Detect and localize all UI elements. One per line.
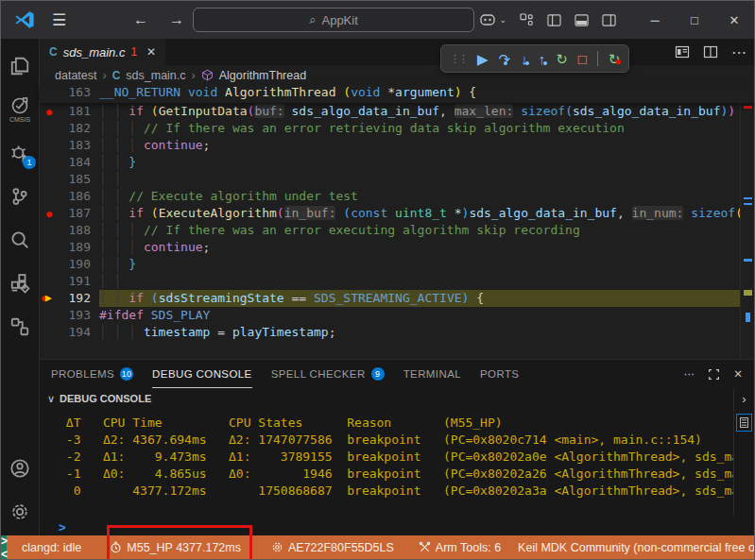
gear-icon — [271, 541, 283, 553]
sidebar-item-run-debug[interactable]: 1 — [1, 133, 39, 173]
step-out-button[interactable]: ↑ — [539, 52, 546, 66]
gutter[interactable] — [40, 171, 59, 188]
sidebar-item-explorer[interactable] — [1, 46, 39, 86]
close-button[interactable]: ✕ — [714, 1, 754, 39]
status-debug-target[interactable]: M55_HP 4377.172ms — [101, 535, 249, 559]
panel-tab-ports[interactable]: PORTS — [480, 360, 519, 388]
gutter[interactable] — [40, 137, 59, 154]
split-editor-icon[interactable] — [703, 44, 718, 59]
maximize-button[interactable]: □ — [675, 1, 714, 39]
code-line-192[interactable]: ●▶192│ │ if (sdsStreamingState == SDS_ST… — [40, 290, 754, 307]
open-preview-icon[interactable] — [675, 44, 690, 59]
status-clangd[interactable]: clangd: idle — [7, 535, 90, 559]
editor-more-actions-icon[interactable]: ⋯ — [731, 43, 746, 61]
code-line-189[interactable]: 189│ │ │ continue; — [40, 239, 754, 256]
code-line-187[interactable]: ●187│ │ if (ExecuteAlgorithm(in_buf: (co… — [40, 205, 754, 222]
chevron-right-icon[interactable]: › — [742, 392, 746, 406]
code-line-182[interactable]: 182│ │ │ // If there was an error retrie… — [40, 120, 754, 137]
minimize-button[interactable]: ─ — [635, 1, 675, 39]
code-text: │ │ // Execute algorithm under test — [99, 188, 754, 205]
code-line-194[interactable]: 194│ │ │ timestamp = playTimestamp; — [40, 324, 754, 341]
panel-tab-terminal[interactable]: TERMINAL — [403, 360, 461, 388]
gutter[interactable] — [40, 324, 59, 341]
stop-button[interactable]: □ — [578, 52, 587, 66]
step-over-button[interactable]: ↷ — [499, 52, 511, 66]
vscode-logo-icon — [14, 9, 35, 30]
gutter[interactable] — [40, 239, 59, 256]
code-line-184[interactable]: 184│ │ } — [40, 154, 754, 171]
sidebar-item-source-control[interactable] — [1, 177, 39, 216]
forward-arrow-icon[interactable]: → — [169, 11, 184, 28]
close-panel-icon[interactable]: ✕ — [733, 367, 743, 381]
gutter[interactable] — [40, 222, 59, 239]
overview-ruler[interactable] — [740, 103, 754, 359]
panel-tab-badge: 10 — [120, 367, 133, 381]
gutter[interactable] — [40, 154, 59, 171]
gutter[interactable] — [40, 120, 59, 137]
sidebar-item-cmsis[interactable]: CMSIS — [1, 90, 39, 129]
command-center-search[interactable]: ⌕ AppKit — [193, 8, 474, 32]
code-line-191[interactable]: 191│ │ — [40, 273, 754, 290]
editor-group: C sds_main.c 1 ✕ ⋯ ⋮⋮ ▶ ↷ ↓ ↑ ↻ — [40, 39, 754, 537]
status-arm-tools[interactable]: Arm Tools: 6 — [410, 535, 509, 559]
gutter[interactable] — [40, 188, 59, 205]
debug-toolbar: ⋮⋮ ▶ ↷ ↓ ↑ ↻ □ ↻ — [440, 44, 629, 73]
console-filter-icon[interactable] — [736, 414, 752, 432]
toggle-panel-icon[interactable] — [575, 13, 589, 27]
gutter[interactable] — [40, 273, 59, 290]
menu-icon[interactable]: ☰ — [52, 10, 66, 30]
code-line-185[interactable]: 185│ │ — [40, 171, 754, 188]
restart-button[interactable]: ↻ — [556, 52, 568, 66]
code-line-188[interactable]: 188│ │ │ // If there was an error execut… — [40, 222, 754, 239]
toggle-secondary-sidebar-icon[interactable] — [602, 13, 616, 27]
current-line-arrow-icon[interactable]: ●▶ — [40, 290, 59, 307]
code-editor[interactable]: ●181│ │ if (GetInputData(buf: sds_algo_d… — [40, 103, 754, 359]
code-text: │ │ } — [99, 154, 754, 171]
drag-handle-icon[interactable]: ⋮⋮ — [450, 53, 467, 65]
breakpoint-icon[interactable]: ● — [40, 103, 59, 120]
continue-button[interactable]: ▶ — [477, 52, 489, 66]
toggle-sidebar-icon[interactable] — [547, 13, 561, 27]
maximize-panel-icon[interactable] — [708, 368, 720, 381]
debug-console-view-header[interactable]: ∨ DEBUG CONSOLE — [40, 388, 754, 409]
code-line-190[interactable]: 190│ │ } — [40, 256, 754, 273]
panel-more-actions-icon[interactable]: ⋯ — [684, 367, 695, 381]
breadcrumb-file[interactable]: sds_main.c — [126, 69, 185, 82]
customize-layout-icon[interactable] — [520, 13, 534, 27]
breadcrumb-symbol[interactable]: AlgorithmThread — [219, 69, 306, 82]
line-number: 187 — [59, 205, 99, 222]
panel-tab-badge: 9 — [371, 367, 385, 381]
explorer-icon — [9, 56, 30, 76]
settings-button[interactable] — [1, 492, 39, 532]
license-label: Keil MDK Community (non-commercial free … — [518, 541, 755, 554]
sidebar-item-extensions[interactable] — [1, 263, 39, 303]
tab-sds-main-c[interactable]: C sds_main.c 1 ✕ — [40, 39, 165, 65]
reset-target-button[interactable]: ↻ — [609, 52, 621, 66]
back-arrow-icon[interactable]: ← — [133, 11, 148, 28]
gutter[interactable] — [40, 256, 59, 273]
code-line-181[interactable]: ●181│ │ if (GetInputData(buf: sds_algo_d… — [40, 103, 754, 120]
gutter[interactable] — [40, 307, 59, 324]
breakpoint-icon[interactable]: ● — [40, 205, 59, 222]
sidebar-item-search[interactable] — [1, 220, 39, 260]
panel-tab-debug-console[interactable]: DEBUG CONSOLE — [152, 360, 252, 388]
line-number: 189 — [59, 239, 99, 256]
step-into-button[interactable]: ↓ — [521, 52, 528, 66]
code-line-193[interactable]: 193#ifdef SDS_PLAY — [40, 307, 754, 324]
code-line-186[interactable]: 186│ │ // Execute algorithm under test — [40, 188, 754, 205]
tab-close-icon[interactable]: ✕ — [146, 45, 156, 59]
breadcrumb-folder[interactable]: datatest — [55, 69, 96, 82]
debug-console-input[interactable]: > — [40, 517, 754, 537]
status-license[interactable]: Keil MDK Community (non-commercial free … — [509, 535, 755, 559]
code-text: │ │ │ // If there was an error executing… — [99, 222, 754, 239]
sticky-scroll-line[interactable]: 163 __NO_RETURN void AlgorithmThread (vo… — [40, 85, 754, 103]
copilot-icon[interactable]: ⌄ — [479, 13, 506, 26]
panel-tab-spell-checker[interactable]: SPELL CHECKER9 — [271, 360, 385, 388]
panel-tab-problems[interactable]: PROBLEMS10 — [51, 360, 133, 388]
accounts-button[interactable] — [1, 449, 39, 488]
vscode-window: ☰ ← → ⌕ AppKit ⌄ ─ □ ✕ — [0, 0, 755, 560]
code-line-183[interactable]: 183│ │ │ continue; — [40, 137, 754, 154]
status-bar: >< clangd: idle M55_HP 4377.172ms AE722F… — [1, 535, 754, 559]
status-device[interactable]: AE722F80F55D5LS — [263, 535, 403, 559]
sidebar-item-remote-explorer[interactable] — [1, 307, 39, 347]
